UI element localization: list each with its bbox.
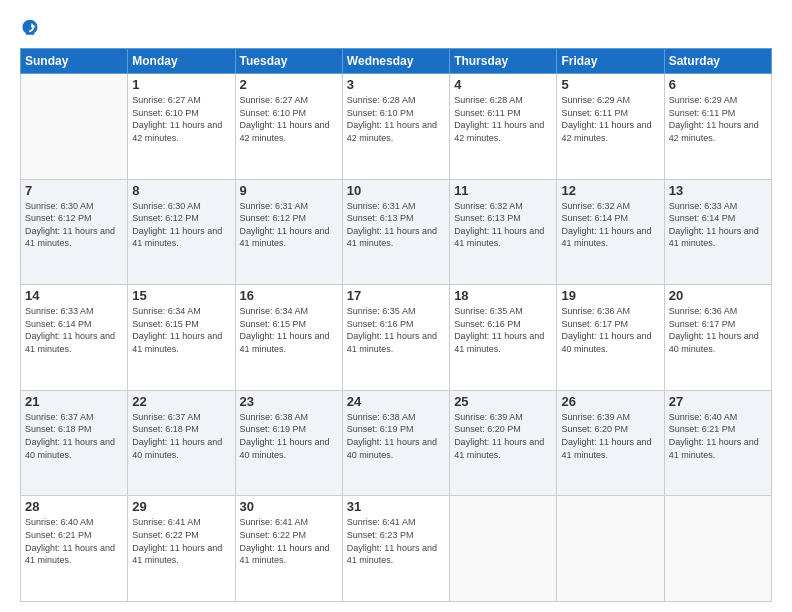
day-number: 6 [669, 77, 767, 92]
calendar-cell [664, 496, 771, 602]
day-number: 9 [240, 183, 338, 198]
calendar-header-tuesday: Tuesday [235, 49, 342, 74]
day-number: 7 [25, 183, 123, 198]
day-number: 8 [132, 183, 230, 198]
calendar-cell: 25Sunrise: 6:39 AMSunset: 6:20 PMDayligh… [450, 390, 557, 496]
day-number: 20 [669, 288, 767, 303]
calendar-cell: 19Sunrise: 6:36 AMSunset: 6:17 PMDayligh… [557, 285, 664, 391]
calendar-cell: 16Sunrise: 6:34 AMSunset: 6:15 PMDayligh… [235, 285, 342, 391]
calendar-table: SundayMondayTuesdayWednesdayThursdayFrid… [20, 48, 772, 602]
calendar-cell: 11Sunrise: 6:32 AMSunset: 6:13 PMDayligh… [450, 179, 557, 285]
day-info: Sunrise: 6:30 AMSunset: 6:12 PMDaylight:… [25, 200, 123, 250]
day-number: 29 [132, 499, 230, 514]
calendar-week-row: 7Sunrise: 6:30 AMSunset: 6:12 PMDaylight… [21, 179, 772, 285]
day-info: Sunrise: 6:35 AMSunset: 6:16 PMDaylight:… [347, 305, 445, 355]
calendar-week-row: 14Sunrise: 6:33 AMSunset: 6:14 PMDayligh… [21, 285, 772, 391]
calendar-header-friday: Friday [557, 49, 664, 74]
day-number: 14 [25, 288, 123, 303]
day-info: Sunrise: 6:29 AMSunset: 6:11 PMDaylight:… [669, 94, 767, 144]
calendar-cell: 3Sunrise: 6:28 AMSunset: 6:10 PMDaylight… [342, 74, 449, 180]
calendar-cell: 23Sunrise: 6:38 AMSunset: 6:19 PMDayligh… [235, 390, 342, 496]
calendar-week-row: 28Sunrise: 6:40 AMSunset: 6:21 PMDayligh… [21, 496, 772, 602]
calendar-cell: 15Sunrise: 6:34 AMSunset: 6:15 PMDayligh… [128, 285, 235, 391]
day-number: 1 [132, 77, 230, 92]
day-info: Sunrise: 6:33 AMSunset: 6:14 PMDaylight:… [25, 305, 123, 355]
calendar-cell: 10Sunrise: 6:31 AMSunset: 6:13 PMDayligh… [342, 179, 449, 285]
day-info: Sunrise: 6:32 AMSunset: 6:13 PMDaylight:… [454, 200, 552, 250]
calendar-cell: 6Sunrise: 6:29 AMSunset: 6:11 PMDaylight… [664, 74, 771, 180]
day-number: 12 [561, 183, 659, 198]
day-number: 27 [669, 394, 767, 409]
day-number: 4 [454, 77, 552, 92]
day-info: Sunrise: 6:38 AMSunset: 6:19 PMDaylight:… [347, 411, 445, 461]
day-info: Sunrise: 6:38 AMSunset: 6:19 PMDaylight:… [240, 411, 338, 461]
calendar-header-sunday: Sunday [21, 49, 128, 74]
day-number: 24 [347, 394, 445, 409]
day-number: 31 [347, 499, 445, 514]
calendar-header-wednesday: Wednesday [342, 49, 449, 74]
calendar-cell: 7Sunrise: 6:30 AMSunset: 6:12 PMDaylight… [21, 179, 128, 285]
calendar-cell: 18Sunrise: 6:35 AMSunset: 6:16 PMDayligh… [450, 285, 557, 391]
day-info: Sunrise: 6:40 AMSunset: 6:21 PMDaylight:… [669, 411, 767, 461]
day-number: 5 [561, 77, 659, 92]
day-info: Sunrise: 6:39 AMSunset: 6:20 PMDaylight:… [561, 411, 659, 461]
day-number: 22 [132, 394, 230, 409]
day-info: Sunrise: 6:33 AMSunset: 6:14 PMDaylight:… [669, 200, 767, 250]
calendar-cell: 5Sunrise: 6:29 AMSunset: 6:11 PMDaylight… [557, 74, 664, 180]
calendar-cell: 26Sunrise: 6:39 AMSunset: 6:20 PMDayligh… [557, 390, 664, 496]
day-info: Sunrise: 6:29 AMSunset: 6:11 PMDaylight:… [561, 94, 659, 144]
calendar-cell: 2Sunrise: 6:27 AMSunset: 6:10 PMDaylight… [235, 74, 342, 180]
day-info: Sunrise: 6:37 AMSunset: 6:18 PMDaylight:… [25, 411, 123, 461]
day-info: Sunrise: 6:31 AMSunset: 6:12 PMDaylight:… [240, 200, 338, 250]
calendar-cell: 1Sunrise: 6:27 AMSunset: 6:10 PMDaylight… [128, 74, 235, 180]
day-info: Sunrise: 6:40 AMSunset: 6:21 PMDaylight:… [25, 516, 123, 566]
calendar-cell: 4Sunrise: 6:28 AMSunset: 6:11 PMDaylight… [450, 74, 557, 180]
day-number: 25 [454, 394, 552, 409]
day-info: Sunrise: 6:35 AMSunset: 6:16 PMDaylight:… [454, 305, 552, 355]
calendar-header-saturday: Saturday [664, 49, 771, 74]
day-info: Sunrise: 6:27 AMSunset: 6:10 PMDaylight:… [240, 94, 338, 144]
calendar-cell: 17Sunrise: 6:35 AMSunset: 6:16 PMDayligh… [342, 285, 449, 391]
day-info: Sunrise: 6:41 AMSunset: 6:22 PMDaylight:… [240, 516, 338, 566]
day-info: Sunrise: 6:28 AMSunset: 6:10 PMDaylight:… [347, 94, 445, 144]
calendar-cell: 12Sunrise: 6:32 AMSunset: 6:14 PMDayligh… [557, 179, 664, 285]
day-info: Sunrise: 6:28 AMSunset: 6:11 PMDaylight:… [454, 94, 552, 144]
day-number: 3 [347, 77, 445, 92]
day-number: 10 [347, 183, 445, 198]
day-number: 23 [240, 394, 338, 409]
calendar-week-row: 21Sunrise: 6:37 AMSunset: 6:18 PMDayligh… [21, 390, 772, 496]
day-number: 16 [240, 288, 338, 303]
calendar-header-row: SundayMondayTuesdayWednesdayThursdayFrid… [21, 49, 772, 74]
day-number: 18 [454, 288, 552, 303]
day-info: Sunrise: 6:30 AMSunset: 6:12 PMDaylight:… [132, 200, 230, 250]
calendar-cell [21, 74, 128, 180]
day-info: Sunrise: 6:31 AMSunset: 6:13 PMDaylight:… [347, 200, 445, 250]
calendar-header-monday: Monday [128, 49, 235, 74]
calendar-cell: 20Sunrise: 6:36 AMSunset: 6:17 PMDayligh… [664, 285, 771, 391]
logo-icon [20, 18, 40, 38]
day-info: Sunrise: 6:41 AMSunset: 6:22 PMDaylight:… [132, 516, 230, 566]
calendar-cell: 28Sunrise: 6:40 AMSunset: 6:21 PMDayligh… [21, 496, 128, 602]
day-info: Sunrise: 6:36 AMSunset: 6:17 PMDaylight:… [561, 305, 659, 355]
logo [20, 18, 42, 38]
day-number: 21 [25, 394, 123, 409]
calendar-cell: 27Sunrise: 6:40 AMSunset: 6:21 PMDayligh… [664, 390, 771, 496]
calendar-cell: 22Sunrise: 6:37 AMSunset: 6:18 PMDayligh… [128, 390, 235, 496]
calendar-cell [450, 496, 557, 602]
day-info: Sunrise: 6:39 AMSunset: 6:20 PMDaylight:… [454, 411, 552, 461]
page: SundayMondayTuesdayWednesdayThursdayFrid… [0, 0, 792, 612]
day-number: 30 [240, 499, 338, 514]
calendar-cell: 30Sunrise: 6:41 AMSunset: 6:22 PMDayligh… [235, 496, 342, 602]
day-info: Sunrise: 6:41 AMSunset: 6:23 PMDaylight:… [347, 516, 445, 566]
day-number: 17 [347, 288, 445, 303]
day-info: Sunrise: 6:27 AMSunset: 6:10 PMDaylight:… [132, 94, 230, 144]
day-number: 15 [132, 288, 230, 303]
day-number: 11 [454, 183, 552, 198]
day-number: 28 [25, 499, 123, 514]
calendar-cell: 8Sunrise: 6:30 AMSunset: 6:12 PMDaylight… [128, 179, 235, 285]
calendar-cell: 13Sunrise: 6:33 AMSunset: 6:14 PMDayligh… [664, 179, 771, 285]
day-info: Sunrise: 6:34 AMSunset: 6:15 PMDaylight:… [132, 305, 230, 355]
calendar-cell: 31Sunrise: 6:41 AMSunset: 6:23 PMDayligh… [342, 496, 449, 602]
day-info: Sunrise: 6:34 AMSunset: 6:15 PMDaylight:… [240, 305, 338, 355]
day-number: 2 [240, 77, 338, 92]
